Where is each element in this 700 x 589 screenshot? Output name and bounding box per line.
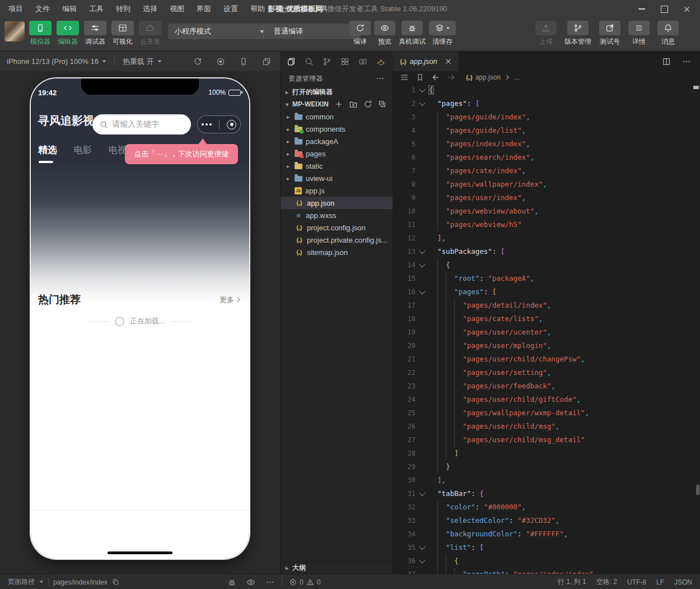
copy-icon[interactable] <box>112 578 119 586</box>
workspace-button-code[interactable]: 编辑器 <box>57 21 79 47</box>
scrollbar-thumb[interactable] <box>696 485 699 495</box>
close-button[interactable] <box>675 0 698 18</box>
action-button-eye[interactable]: 预览 <box>374 21 395 47</box>
code-line[interactable]: 6 "pages/search/index", <box>393 151 700 164</box>
code-line[interactable]: 2 "pages": [ <box>393 97 700 110</box>
action-button-layers[interactable]: 清缓存 <box>429 21 456 47</box>
statusbar-item-0[interactable]: 行 1, 列 1 <box>558 577 586 587</box>
code-line[interactable]: 1{ <box>393 84 700 97</box>
user-avatar[interactable] <box>4 21 25 41</box>
menu-item-选择[interactable]: 选择 <box>137 0 164 18</box>
tree-item-pages[interactable]: ▸pages <box>281 147 393 160</box>
menu-item-编辑[interactable]: 编辑 <box>56 0 83 18</box>
fold-control[interactable] <box>416 245 429 258</box>
bookmark-icon[interactable] <box>416 73 424 82</box>
code-line[interactable]: 18 "pages/cate/lists", <box>393 312 700 326</box>
phone-tab-精选[interactable]: 精选 <box>38 143 57 156</box>
tree-item-components[interactable]: ▸components <box>281 123 393 135</box>
refresh-icon[interactable] <box>363 100 372 109</box>
code-line[interactable]: 10 "pages/webview/about", <box>393 205 700 218</box>
hot-reload-toggle[interactable]: 热重载 开 <box>123 57 162 67</box>
code-line[interactable]: 27 "pages/user/child/msg_detail" <box>393 433 700 447</box>
code-line[interactable]: 33 "selectedColor": "#32CD32", <box>393 514 700 527</box>
action-button-hamburger[interactable]: 详情 <box>628 21 650 47</box>
code-line[interactable]: 28 ] <box>393 447 700 460</box>
code-line[interactable]: 4 "pages/guide/list", <box>393 124 700 137</box>
action-button-refresh[interactable]: 编译 <box>349 21 371 47</box>
statusbar-item-2[interactable]: UTF-8 <box>627 578 646 586</box>
problems-indicator[interactable]: 0 0 <box>289 574 320 589</box>
code-line[interactable]: 12 ], <box>393 231 700 245</box>
rotate-device-icon[interactable] <box>193 57 202 66</box>
code-line[interactable]: 16 "pages": [ <box>393 285 700 299</box>
collapse-all-icon[interactable] <box>378 100 387 109</box>
tree-item-app-js[interactable]: JSapp.js <box>281 184 393 197</box>
open-editors-section[interactable]: ▸ 打开的编辑器 <box>281 86 393 98</box>
menu-item-界面[interactable]: 界面 <box>190 0 217 18</box>
fold-control[interactable] <box>416 285 429 299</box>
fold-control[interactable] <box>416 487 429 500</box>
code-line[interactable]: 25 "pages/wallpaper/wxmp-detail", <box>393 406 700 420</box>
code-line[interactable]: 13 "subPackages": [ <box>393 245 700 258</box>
code-line[interactable]: 20 "pages/user/mplogin", <box>393 339 700 353</box>
statusbar-item-4[interactable]: JSON <box>674 578 692 586</box>
teapot-icon[interactable] <box>376 57 385 66</box>
fold-control[interactable] <box>416 97 429 110</box>
code-line[interactable]: 26 "pages/user/child/msg", <box>393 420 700 433</box>
page-path-label[interactable]: 页面路径 <box>8 577 35 587</box>
code-line[interactable]: 34 "backgroundColor": "#FFFFFF", <box>393 527 700 541</box>
device-select[interactable]: iPhone 12/13 (Pro) 100% 16 <box>0 57 106 66</box>
tree-item-app-json[interactable]: {..}app.json <box>281 197 393 209</box>
code-line[interactable]: 23 "pages/user/feedback", <box>393 379 700 393</box>
code-line[interactable]: 22 "pages/user/setting", <box>393 366 700 379</box>
debug-icon[interactable] <box>227 578 236 587</box>
tree-item-common[interactable]: ▸common <box>281 110 393 123</box>
new-folder-icon[interactable] <box>349 100 358 109</box>
code-line[interactable]: 29 } <box>393 460 700 474</box>
code-line[interactable]: 17 "pages/detail/index", <box>393 299 700 312</box>
statusbar-item-1[interactable]: 空格: 2 <box>596 577 617 587</box>
preview-eye-icon[interactable] <box>246 578 255 587</box>
action-button-external[interactable]: 测试号 <box>599 21 620 47</box>
fold-control[interactable] <box>416 541 429 554</box>
navigate-back-icon[interactable] <box>431 73 440 82</box>
project-root-section[interactable]: ▾ MP-WEIXIN <box>281 98 393 110</box>
tree-item-project-config-json[interactable]: {..}project.config.json <box>281 221 393 234</box>
tab-close-icon[interactable] <box>445 58 452 65</box>
code-editor[interactable]: 1{2 "pages": [3 "pages/guide/index",4 "p… <box>393 84 700 574</box>
more-dots-icon[interactable] <box>202 123 212 126</box>
record-icon[interactable] <box>216 57 225 66</box>
code-line[interactable]: 7 "pages/cate/index", <box>393 164 700 178</box>
menu-item-文件[interactable]: 文件 <box>29 0 56 18</box>
code-line[interactable]: 3 "pages/guide/index", <box>393 110 700 124</box>
explorer-more-icon[interactable] <box>376 74 385 83</box>
fold-control[interactable] <box>416 258 429 272</box>
tab-app-json[interactable]: {..} app.json <box>393 52 459 71</box>
tree-item-uview-ui[interactable]: ▸uview-ui <box>281 172 393 184</box>
more-icon[interactable] <box>265 578 274 587</box>
tree-item-packageA[interactable]: ▸packageA <box>281 135 393 147</box>
statusbar-item-3[interactable]: LF <box>656 578 664 586</box>
code-line[interactable]: 8 "pages/wallpaper/index", <box>393 178 700 191</box>
minimize-button[interactable] <box>631 0 653 18</box>
source-control-icon[interactable] <box>323 57 332 66</box>
more-actions-icon[interactable] <box>682 57 691 66</box>
search-input[interactable]: 请输入关键字 <box>92 114 191 135</box>
workspace-button-layout[interactable]: 可视化 <box>111 21 134 47</box>
navigate-forward-icon[interactable] <box>447 73 456 82</box>
menu-item-帮助[interactable]: 帮助 <box>244 0 271 18</box>
fold-control[interactable] <box>416 554 429 568</box>
outline-list-icon[interactable] <box>400 73 409 82</box>
multi-window-icon[interactable] <box>262 57 271 66</box>
action-button-bell[interactable]: 消息 <box>657 21 679 47</box>
workspace-button-phone[interactable]: 模拟器 <box>29 21 52 47</box>
tree-item-static[interactable]: ▸static <box>281 160 393 172</box>
menu-item-转到[interactable]: 转到 <box>110 0 137 18</box>
code-line[interactable]: 14 { <box>393 258 700 272</box>
menu-item-项目[interactable]: 项目 <box>2 0 29 18</box>
compile-mode-select[interactable]: 普通编译 <box>267 24 360 39</box>
code-line[interactable]: 24 "pages/user/child/giftCode", <box>393 393 700 406</box>
menu-item-视图[interactable]: 视图 <box>164 0 190 18</box>
code-line[interactable]: 30 ], <box>393 474 700 487</box>
tree-item-app-wxss[interactable]: ≡app.wxss <box>281 209 393 221</box>
